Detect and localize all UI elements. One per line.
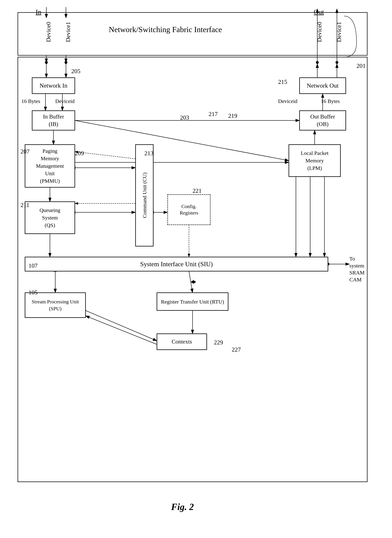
ref-201: 201: [357, 62, 366, 69]
cu-box: Command Unit (CU): [135, 145, 153, 246]
deviceid-left-label: Deviceid: [55, 98, 75, 104]
device0-out-label: Device0: [316, 22, 323, 42]
ref-217: 217: [209, 111, 218, 117]
to-system-label: To system SRAM CAM: [349, 255, 364, 283]
ref-229: 229: [214, 339, 223, 346]
svg-line-60: [86, 316, 157, 344]
ref-227: 227: [232, 346, 241, 353]
ref-219: 219: [228, 112, 237, 119]
in-label: In: [36, 8, 41, 16]
ref-211: 211: [20, 202, 29, 208]
svg-marker-57: [191, 280, 196, 284]
svg-point-19: [316, 61, 319, 64]
device0-in-label: Device0: [45, 22, 52, 42]
out-label: Out: [314, 8, 324, 16]
lpm-box: Local Packet Memory (LPM): [289, 145, 341, 177]
network-out-box: Network Out: [299, 78, 346, 94]
device1-out-label: Device1: [336, 22, 342, 42]
svg-point-12: [65, 61, 67, 64]
config-registers-box: Config. Registers: [168, 195, 210, 225]
deviceid-right-label: Deviceid: [278, 98, 297, 104]
out-buffer-box: Out Buffer (OB): [299, 111, 346, 130]
svg-line-42: [75, 152, 135, 159]
pmmu-box: Paging Memory Management Unit (PMMU): [25, 145, 75, 187]
diagram-container: Network/Switching Fabric Interface In Ou…: [11, 7, 382, 518]
ref-213: 213: [145, 150, 154, 157]
svg-line-36: [75, 120, 289, 161]
siu-box: System Interface Unit (SIU): [25, 257, 328, 271]
ref-107: 107: [28, 262, 38, 269]
16-bytes-right-label: 16 Bytes: [321, 98, 340, 104]
svg-point-11: [45, 61, 48, 64]
qs-box: Queueing System (QS): [25, 202, 75, 234]
in-buffer-box: In Buffer (IB): [32, 111, 75, 130]
figure-caption: Fig. 2: [171, 502, 194, 512]
rtu-box: Register Transfer Unit (RTU): [157, 293, 228, 310]
ref-207: 207: [20, 148, 30, 155]
ref-209: 209: [75, 150, 84, 157]
ref-221: 221: [192, 187, 202, 194]
svg-point-20: [336, 61, 338, 64]
network-in-box: Network In: [32, 78, 75, 94]
fabric-interface-label: Network/Switching Fabric Interface: [109, 25, 222, 34]
contexts-box: Contexts: [157, 334, 207, 350]
spu-box: Stream Processing Unit (SPU): [25, 293, 86, 318]
device1-in-label: Device1: [65, 22, 71, 42]
16-bytes-left-label: 16 Bytes: [21, 98, 40, 104]
ref-105: 105: [28, 289, 38, 296]
ref-203: 203: [180, 114, 189, 121]
ref-205: 205: [71, 68, 80, 75]
ref-215: 215: [278, 79, 287, 85]
svg-line-59: [86, 310, 157, 341]
svg-line-56: [189, 271, 192, 293]
